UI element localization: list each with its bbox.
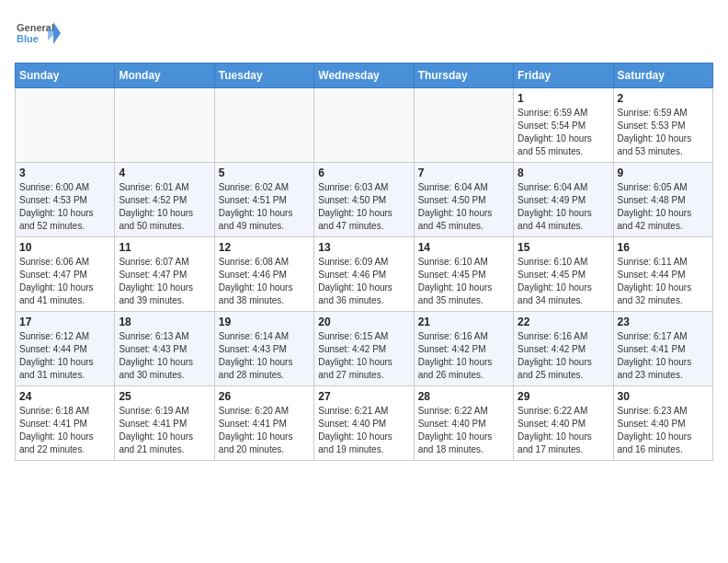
- calendar-cell: 19Sunrise: 6:14 AM Sunset: 4:43 PM Dayli…: [214, 312, 313, 386]
- day-number: 25: [119, 390, 210, 403]
- day-number: 4: [119, 167, 210, 179]
- day-number: 5: [219, 167, 310, 179]
- calendar-cell: 5Sunrise: 6:02 AM Sunset: 4:51 PM Daylig…: [214, 163, 313, 237]
- day-number: 3: [19, 167, 110, 179]
- day-info: Sunrise: 6:23 AM Sunset: 4:40 PM Dayligh…: [618, 405, 709, 456]
- day-info: Sunrise: 6:12 AM Sunset: 4:44 PM Dayligh…: [19, 330, 110, 382]
- day-number: 27: [318, 390, 409, 403]
- day-info: Sunrise: 6:06 AM Sunset: 4:47 PM Dayligh…: [19, 256, 110, 307]
- day-info: Sunrise: 6:59 AM Sunset: 5:53 PM Dayligh…: [618, 107, 709, 158]
- day-number: 29: [518, 390, 609, 403]
- day-info: Sunrise: 6:16 AM Sunset: 4:42 PM Dayligh…: [418, 330, 509, 382]
- day-number: 17: [19, 316, 110, 328]
- calendar-cell: [214, 88, 313, 163]
- calendar-cell: [16, 88, 115, 163]
- logo: General Blue: [15, 15, 61, 52]
- day-number: 2: [618, 92, 709, 105]
- day-number: 15: [518, 241, 609, 254]
- day-number: 12: [219, 241, 310, 254]
- day-header-wednesday: Wednesday: [314, 63, 414, 88]
- calendar-cell: 4Sunrise: 6:01 AM Sunset: 4:52 PM Daylig…: [115, 163, 214, 237]
- calendar-cell: 23Sunrise: 6:17 AM Sunset: 4:41 PM Dayli…: [613, 312, 712, 386]
- header: General Blue: [15, 15, 713, 52]
- day-number: 11: [119, 241, 210, 254]
- calendar-cell: [414, 88, 513, 163]
- calendar-cell: 8Sunrise: 6:04 AM Sunset: 4:49 PM Daylig…: [514, 163, 613, 237]
- day-info: Sunrise: 6:11 AM Sunset: 4:44 PM Dayligh…: [618, 256, 709, 307]
- calendar-cell: 24Sunrise: 6:18 AM Sunset: 4:41 PM Dayli…: [16, 386, 115, 461]
- calendar-week-row: 17Sunrise: 6:12 AM Sunset: 4:44 PM Dayli…: [16, 312, 713, 386]
- day-header-thursday: Thursday: [414, 63, 513, 88]
- day-number: 28: [418, 390, 509, 403]
- day-number: 23: [618, 316, 709, 328]
- calendar-cell: 14Sunrise: 6:10 AM Sunset: 4:45 PM Dayli…: [414, 237, 513, 312]
- calendar-cell: 9Sunrise: 6:05 AM Sunset: 4:48 PM Daylig…: [613, 163, 712, 237]
- day-number: 7: [418, 167, 509, 179]
- day-info: Sunrise: 6:15 AM Sunset: 4:42 PM Dayligh…: [318, 330, 409, 382]
- calendar-cell: 2Sunrise: 6:59 AM Sunset: 5:53 PM Daylig…: [613, 88, 712, 163]
- calendar-cell: 6Sunrise: 6:03 AM Sunset: 4:50 PM Daylig…: [314, 163, 414, 237]
- calendar-cell: 16Sunrise: 6:11 AM Sunset: 4:44 PM Dayli…: [613, 237, 712, 312]
- svg-text:Blue: Blue: [17, 33, 39, 44]
- calendar-cell: [314, 88, 414, 163]
- day-info: Sunrise: 6:07 AM Sunset: 4:47 PM Dayligh…: [119, 256, 210, 307]
- calendar-cell: 30Sunrise: 6:23 AM Sunset: 4:40 PM Dayli…: [613, 386, 712, 461]
- day-number: 24: [19, 390, 110, 403]
- day-info: Sunrise: 6:05 AM Sunset: 4:48 PM Dayligh…: [618, 181, 709, 233]
- day-number: 6: [318, 167, 409, 179]
- day-info: Sunrise: 6:16 AM Sunset: 4:42 PM Dayligh…: [518, 330, 609, 382]
- day-info: Sunrise: 6:04 AM Sunset: 4:49 PM Dayligh…: [518, 181, 609, 233]
- day-info: Sunrise: 6:09 AM Sunset: 4:46 PM Dayligh…: [318, 256, 409, 307]
- day-header-sunday: Sunday: [16, 63, 115, 88]
- day-number: 16: [618, 241, 709, 254]
- day-info: Sunrise: 6:13 AM Sunset: 4:43 PM Dayligh…: [119, 330, 210, 382]
- calendar-cell: 29Sunrise: 6:22 AM Sunset: 4:40 PM Dayli…: [514, 386, 613, 461]
- day-number: 1: [518, 92, 609, 105]
- calendar-cell: 28Sunrise: 6:22 AM Sunset: 4:40 PM Dayli…: [414, 386, 513, 461]
- day-info: Sunrise: 6:18 AM Sunset: 4:41 PM Dayligh…: [19, 405, 110, 456]
- calendar-cell: 1Sunrise: 6:59 AM Sunset: 5:54 PM Daylig…: [514, 88, 613, 163]
- day-info: Sunrise: 6:10 AM Sunset: 4:45 PM Dayligh…: [418, 256, 509, 307]
- calendar-cell: 7Sunrise: 6:04 AM Sunset: 4:50 PM Daylig…: [414, 163, 513, 237]
- calendar: SundayMondayTuesdayWednesdayThursdayFrid…: [15, 63, 713, 461]
- day-info: Sunrise: 6:03 AM Sunset: 4:50 PM Dayligh…: [318, 181, 409, 233]
- day-info: Sunrise: 6:22 AM Sunset: 4:40 PM Dayligh…: [518, 405, 609, 456]
- calendar-header-row: SundayMondayTuesdayWednesdayThursdayFrid…: [16, 63, 713, 88]
- day-number: 21: [418, 316, 509, 328]
- day-info: Sunrise: 6:10 AM Sunset: 4:45 PM Dayligh…: [518, 256, 609, 307]
- calendar-cell: 10Sunrise: 6:06 AM Sunset: 4:47 PM Dayli…: [16, 237, 115, 312]
- day-info: Sunrise: 6:22 AM Sunset: 4:40 PM Dayligh…: [418, 405, 509, 456]
- calendar-week-row: 24Sunrise: 6:18 AM Sunset: 4:41 PM Dayli…: [16, 386, 713, 461]
- day-header-friday: Friday: [514, 63, 613, 88]
- day-header-saturday: Saturday: [613, 63, 712, 88]
- calendar-cell: 21Sunrise: 6:16 AM Sunset: 4:42 PM Dayli…: [414, 312, 513, 386]
- day-info: Sunrise: 6:19 AM Sunset: 4:41 PM Dayligh…: [119, 405, 210, 456]
- calendar-week-row: 3Sunrise: 6:00 AM Sunset: 4:53 PM Daylig…: [16, 163, 713, 237]
- day-number: 22: [518, 316, 609, 328]
- day-info: Sunrise: 6:21 AM Sunset: 4:40 PM Dayligh…: [318, 405, 409, 456]
- day-number: 10: [19, 241, 110, 254]
- day-number: 9: [618, 167, 709, 179]
- day-info: Sunrise: 6:14 AM Sunset: 4:43 PM Dayligh…: [219, 330, 310, 382]
- day-info: Sunrise: 6:17 AM Sunset: 4:41 PM Dayligh…: [618, 330, 709, 382]
- day-number: 19: [219, 316, 310, 328]
- day-number: 13: [318, 241, 409, 254]
- day-info: Sunrise: 6:01 AM Sunset: 4:52 PM Dayligh…: [119, 181, 210, 233]
- day-info: Sunrise: 6:04 AM Sunset: 4:50 PM Dayligh…: [418, 181, 509, 233]
- calendar-cell: 17Sunrise: 6:12 AM Sunset: 4:44 PM Dayli…: [16, 312, 115, 386]
- day-number: 26: [219, 390, 310, 403]
- calendar-cell: 20Sunrise: 6:15 AM Sunset: 4:42 PM Dayli…: [314, 312, 414, 386]
- calendar-cell: 3Sunrise: 6:00 AM Sunset: 4:53 PM Daylig…: [16, 163, 115, 237]
- day-number: 14: [418, 241, 509, 254]
- calendar-week-row: 1Sunrise: 6:59 AM Sunset: 5:54 PM Daylig…: [16, 88, 713, 163]
- day-info: Sunrise: 6:00 AM Sunset: 4:53 PM Dayligh…: [19, 181, 110, 233]
- logo-svg: General Blue: [15, 15, 61, 52]
- day-number: 18: [119, 316, 210, 328]
- calendar-cell: 18Sunrise: 6:13 AM Sunset: 4:43 PM Dayli…: [115, 312, 214, 386]
- calendar-cell: 26Sunrise: 6:20 AM Sunset: 4:41 PM Dayli…: [214, 386, 313, 461]
- day-header-tuesday: Tuesday: [214, 63, 313, 88]
- calendar-cell: 12Sunrise: 6:08 AM Sunset: 4:46 PM Dayli…: [214, 237, 313, 312]
- calendar-cell: 13Sunrise: 6:09 AM Sunset: 4:46 PM Dayli…: [314, 237, 414, 312]
- calendar-cell: 25Sunrise: 6:19 AM Sunset: 4:41 PM Dayli…: [115, 386, 214, 461]
- calendar-cell: 11Sunrise: 6:07 AM Sunset: 4:47 PM Dayli…: [115, 237, 214, 312]
